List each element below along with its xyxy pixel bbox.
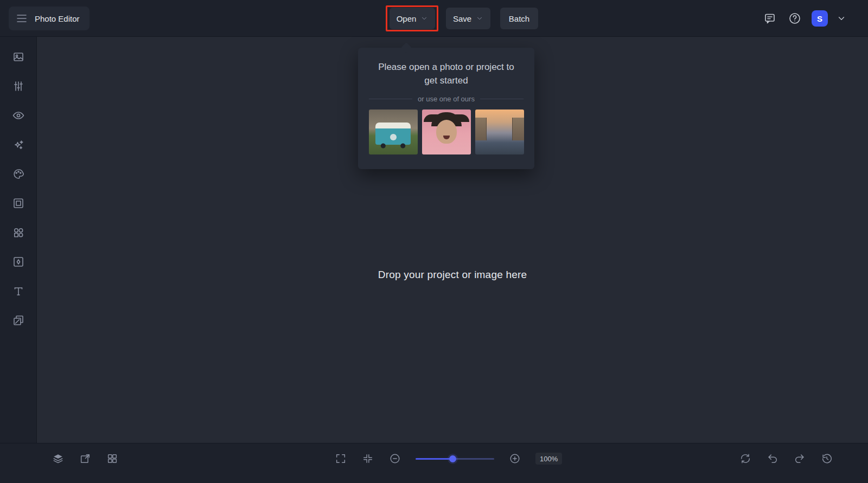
main-menu-button[interactable]: Photo Editor	[9, 7, 90, 30]
avatar-letter: S	[817, 14, 822, 23]
canal-building-left	[475, 118, 487, 140]
bottom-bar: 100%	[0, 443, 868, 483]
image-icon	[12, 50, 25, 63]
sidebar-tool-retouch[interactable]	[11, 108, 25, 123]
open-button[interactable]: Open	[390, 8, 435, 29]
duplicate-icon	[12, 314, 25, 327]
top-bar-right: S	[762, 0, 846, 37]
sidebar-tool-filter[interactable]	[11, 255, 25, 269]
batch-button-label: Batch	[509, 14, 529, 23]
sample-thumbnails	[358, 110, 534, 154]
sidebar-tool-effects[interactable]	[11, 138, 25, 152]
zoom-out-icon	[389, 453, 401, 465]
bus-illustration	[375, 123, 411, 145]
open-button-label: Open	[397, 14, 417, 23]
frame-icon	[12, 197, 25, 210]
drop-zone-message: Drop your project or image here	[37, 269, 868, 281]
sidebar-tool-paint[interactable]	[11, 167, 25, 181]
portrait-face	[436, 120, 457, 144]
batch-button[interactable]: Batch	[500, 8, 538, 29]
feedback-button[interactable]	[762, 10, 778, 27]
sliders-icon	[12, 80, 25, 93]
feedback-icon	[763, 12, 776, 25]
sidebar-tool-adjust[interactable]	[11, 79, 25, 93]
help-button[interactable]	[787, 10, 803, 27]
zoom-in-button[interactable]	[508, 452, 521, 465]
canvas-area[interactable]: Please open a photo or project to get st…	[37, 37, 868, 443]
sample-image-venice-canal[interactable]	[475, 110, 524, 154]
fullscreen-icon	[335, 453, 347, 465]
fit-screen-button[interactable]	[361, 452, 374, 465]
refresh-button[interactable]	[739, 452, 752, 465]
undo-button[interactable]	[766, 452, 779, 465]
popup-divider-label: or use one of ours	[418, 95, 475, 103]
chevron-down-icon	[420, 15, 428, 22]
photo-effect-icon	[12, 255, 25, 268]
bottom-bar-history	[739, 452, 833, 465]
tool-sidebar	[0, 37, 37, 443]
transform-icon	[79, 453, 91, 465]
hamburger-icon	[15, 12, 28, 25]
chevron-down-icon	[476, 15, 483, 22]
eye-icon	[12, 109, 25, 122]
redo-button[interactable]	[793, 452, 806, 465]
palette-icon	[12, 168, 25, 181]
sidebar-tool-layers[interactable]	[11, 313, 25, 327]
save-button-label: Save	[453, 14, 471, 23]
popup-divider: or use one of ours	[369, 95, 524, 103]
zoom-slider-thumb[interactable]	[449, 455, 456, 462]
help-icon	[788, 12, 801, 25]
bottom-bar-zoom-controls: 100%	[334, 452, 562, 465]
zoom-out-button[interactable]	[388, 452, 401, 465]
history-button[interactable]	[820, 452, 833, 465]
redo-icon	[794, 453, 806, 465]
history-icon	[821, 453, 833, 465]
undo-icon	[767, 453, 778, 465]
layers-icon	[52, 453, 64, 465]
shapes-icon	[12, 226, 25, 239]
account-chevron-icon[interactable]	[837, 14, 846, 23]
text-icon	[12, 285, 25, 298]
grid-view-button[interactable]	[106, 452, 119, 465]
sidebar-tool-text[interactable]	[11, 284, 25, 298]
sidebar-tool-elements[interactable]	[11, 226, 25, 240]
bus-wheels	[375, 143, 411, 149]
get-started-popup: Please open a photo or project to get st…	[358, 48, 534, 169]
sparkles-icon	[12, 138, 25, 151]
sidebar-tool-frame[interactable]	[11, 196, 25, 210]
canal-building-right	[512, 118, 524, 140]
bottom-bar-left	[52, 452, 119, 465]
zoom-level-value[interactable]: 100%	[535, 453, 562, 465]
sidebar-tool-image[interactable]	[11, 50, 25, 64]
avatar[interactable]: S	[812, 10, 828, 27]
refresh-icon	[739, 453, 751, 465]
app-title: Photo Editor	[35, 14, 80, 23]
popup-message: Please open a photo or project to get st…	[358, 48, 534, 87]
top-bar: Photo Editor Open Save Batch	[0, 0, 868, 37]
sample-image-portrait[interactable]	[422, 110, 471, 154]
fullscreen-button[interactable]	[334, 452, 347, 465]
zoom-slider[interactable]	[416, 455, 494, 462]
sample-image-vw-bus[interactable]	[369, 110, 418, 154]
transform-button[interactable]	[79, 452, 92, 465]
save-button[interactable]: Save	[446, 8, 490, 29]
grid-icon	[106, 453, 118, 465]
layers-panel-button[interactable]	[52, 452, 65, 465]
zoom-in-icon	[509, 453, 521, 465]
fit-screen-icon	[362, 453, 374, 465]
